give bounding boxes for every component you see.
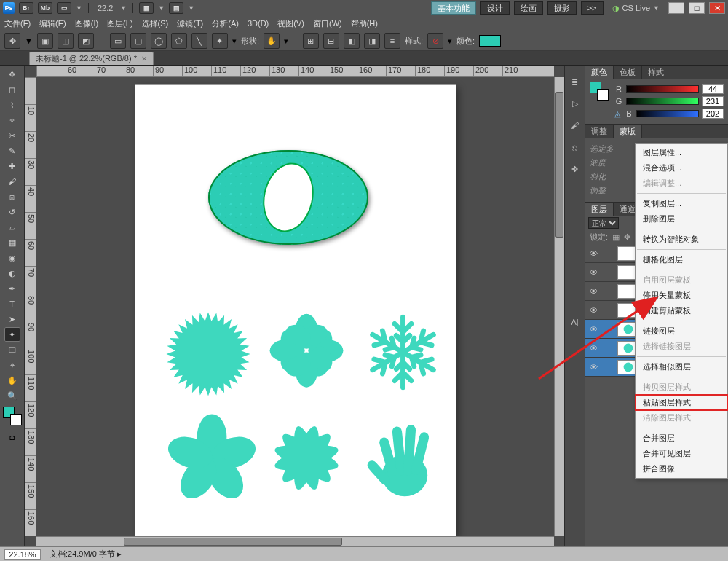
screen-mode-icon[interactable]: ▭ <box>57 2 71 14</box>
pen-tool-icon[interactable]: ✒ <box>4 281 20 296</box>
marquee-tool-icon[interactable]: ◻ <box>4 82 20 97</box>
context-menu-item[interactable]: 拼合图像 <box>636 461 727 476</box>
scrollbar-horizontal[interactable] <box>36 536 554 546</box>
tools-presets-icon[interactable]: ✥ <box>568 162 582 176</box>
custom-shape-icon[interactable]: ✦ <box>212 33 228 49</box>
context-menu-item[interactable]: 停用矢量蒙板 <box>636 288 727 303</box>
blend-mode-select[interactable]: 正常 <box>588 217 619 229</box>
document-canvas[interactable] <box>135 85 456 536</box>
combine-sub-icon[interactable]: ⊟ <box>323 33 339 49</box>
ellipse-shape-icon[interactable]: ◯ <box>151 33 167 49</box>
rect-shape-icon[interactable]: ▭ <box>110 33 126 49</box>
close-tab-icon[interactable]: ✕ <box>141 55 147 63</box>
r-slider[interactable] <box>626 85 699 93</box>
chevron-down-icon[interactable]: ▼ <box>25 36 33 45</box>
zoom-level[interactable]: 22.2 <box>95 4 116 12</box>
chevron-down-icon[interactable]: ▾ <box>284 36 288 46</box>
roundrect-shape-icon[interactable]: ▢ <box>130 33 146 49</box>
g-value[interactable]: 231 <box>702 96 724 106</box>
window-minimize-button[interactable]: — <box>668 2 684 14</box>
combine-exc-icon[interactable]: ◨ <box>364 33 380 49</box>
fill-color-swatch[interactable] <box>479 35 501 47</box>
extras-icon[interactable]: ▤ <box>169 2 183 14</box>
shapelayer-mode-icon[interactable]: ▣ <box>37 33 53 49</box>
context-menu-item[interactable]: 图层属性... <box>636 145 727 160</box>
scrollbar-vertical[interactable] <box>554 77 564 536</box>
fg-bg-swatch[interactable] <box>3 407 22 425</box>
workspace-more[interactable]: >> <box>581 1 604 15</box>
arrange-icon[interactable]: ▦ <box>139 2 154 14</box>
wand-tool-icon[interactable]: ✧ <box>4 113 20 128</box>
chevron-down-icon[interactable]: ▼ <box>158 4 165 12</box>
workspace-tab-essentials[interactable]: 基本功能 <box>431 1 476 15</box>
workspace-tab-painting[interactable]: 绘画 <box>514 1 543 15</box>
cslive-button[interactable]: ◑CS Live▼ <box>608 4 664 13</box>
combine-int-icon[interactable]: ◧ <box>344 33 360 49</box>
actions-panel-icon[interactable]: ▷ <box>568 96 582 111</box>
lock-position-icon[interactable]: ✥ <box>624 232 630 242</box>
nostyle-icon[interactable]: ⊘ <box>427 33 443 49</box>
menu-select[interactable]: 选择(S) <box>142 18 169 29</box>
window-maximize-button[interactable]: □ <box>689 2 705 14</box>
context-menu-item[interactable]: 合并图层 <box>636 431 727 446</box>
polygon-shape-icon[interactable]: ⬠ <box>171 33 187 49</box>
align-icon[interactable]: ≡ <box>384 33 400 49</box>
menu-analysis[interactable]: 分析(A) <box>212 18 239 29</box>
context-menu-item[interactable]: 删除图层 <box>636 211 727 227</box>
clone-panel-icon[interactable]: ⎌ <box>568 140 582 154</box>
g-slider[interactable] <box>626 98 699 105</box>
fillpixel-mode-icon[interactable]: ◩ <box>78 33 94 49</box>
visibility-toggle-icon[interactable]: 👁 <box>585 287 601 296</box>
zoom-tool-icon[interactable]: 🔍 <box>4 388 20 403</box>
combine-add-icon[interactable]: ⊞ <box>303 33 319 49</box>
type-tool-icon[interactable]: T <box>4 297 20 311</box>
workspace-tab-photo[interactable]: 摄影 <box>547 1 577 15</box>
chevron-down-icon[interactable]: ▼ <box>120 4 127 12</box>
visibility-toggle-icon[interactable]: 👁 <box>585 325 601 334</box>
panel-fgbg-swatch[interactable] <box>590 82 609 101</box>
chevron-down-icon[interactable]: ▼ <box>188 4 194 12</box>
menu-file[interactable]: 文件(F) <box>4 18 31 29</box>
heal-tool-icon[interactable]: ✚ <box>4 159 20 173</box>
document-tab[interactable]: 未标题-1 @ 22.2%(RGB/8) * ✕ <box>29 52 154 65</box>
hand-shape-icon[interactable]: ✋ <box>264 33 280 49</box>
menu-filter[interactable]: 滤镜(T) <box>177 18 203 29</box>
visibility-toggle-icon[interactable]: 👁 <box>585 306 601 315</box>
menu-edit[interactable]: 编辑(E) <box>39 18 66 29</box>
bridge-icon[interactable]: Br <box>19 2 33 14</box>
character-panel-icon[interactable]: A| <box>568 315 582 329</box>
custom-shape-tool-icon[interactable]: ✦ <box>4 327 20 342</box>
brush-panel-icon[interactable]: 🖌 <box>568 118 582 133</box>
menu-help[interactable]: 帮助(H) <box>351 18 378 29</box>
visibility-toggle-icon[interactable]: 👁 <box>585 363 601 372</box>
move-tool-icon[interactable]: ✥ <box>4 67 20 82</box>
lock-pixels-icon[interactable]: ▦ <box>612 232 620 242</box>
status-zoom[interactable]: 22.18% <box>4 549 41 560</box>
workspace-tab-design[interactable]: 设计 <box>480 1 510 15</box>
hand-tool-icon[interactable]: ✋ <box>4 373 20 388</box>
chevron-down-icon[interactable]: ▾ <box>232 36 237 46</box>
b-value[interactable]: 202 <box>702 109 724 119</box>
tab-adjust[interactable]: 调整 <box>585 125 614 138</box>
gradient-tool-icon[interactable]: ▦ <box>4 235 20 250</box>
lasso-tool-icon[interactable]: ⌇ <box>4 98 20 112</box>
context-menu-item[interactable]: 合并可见图层 <box>636 446 727 461</box>
tab-swatches[interactable]: 色板 <box>614 66 642 79</box>
visibility-toggle-icon[interactable]: 👁 <box>585 249 601 258</box>
path-mode-icon[interactable]: ◫ <box>58 33 74 49</box>
quickmask-icon[interactable]: ◘ <box>6 431 19 444</box>
visibility-toggle-icon[interactable]: 👁 <box>585 268 601 277</box>
path-select-tool-icon[interactable]: ➤ <box>4 312 20 326</box>
stamp-tool-icon[interactable]: ⧇ <box>4 189 20 204</box>
eraser-tool-icon[interactable]: ▱ <box>4 220 20 235</box>
crop-tool-icon[interactable]: ✂ <box>4 128 20 143</box>
context-menu-item[interactable]: 复制图层... <box>636 196 727 211</box>
r-value[interactable]: 44 <box>702 84 724 94</box>
context-menu-item[interactable]: 创建剪贴蒙板 <box>636 303 727 318</box>
3d-tool-icon[interactable]: ❏ <box>4 342 20 357</box>
menu-3d[interactable]: 3D(D) <box>248 19 269 28</box>
visibility-toggle-icon[interactable]: 👁 <box>585 344 601 353</box>
menu-view[interactable]: 视图(V) <box>277 18 304 29</box>
minibridge-icon[interactable]: Mb <box>38 2 52 14</box>
history-brush-tool-icon[interactable]: ↺ <box>4 205 20 219</box>
